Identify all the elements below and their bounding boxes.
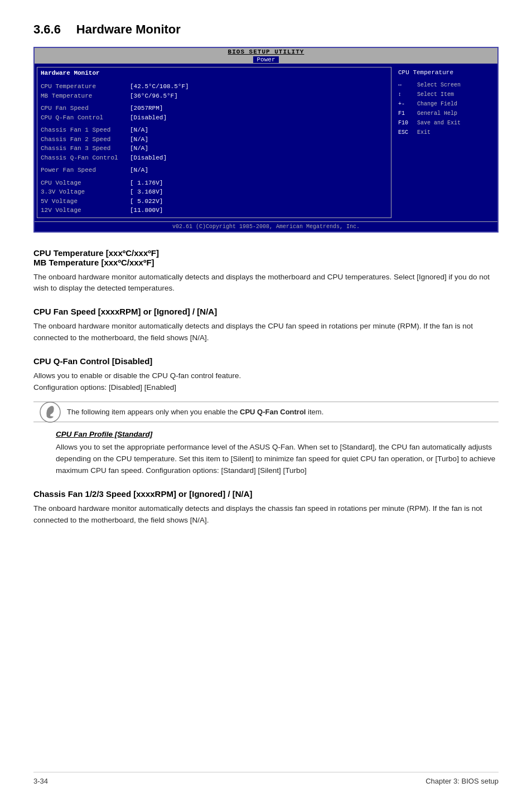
bios-value-power-fan: [N/A] <box>130 166 148 175</box>
bios-value-cpu-voltage: [ 1.176V] <box>130 178 163 188</box>
bios-row-chassis-qfan: Chassis Q-Fan Control [Disabled] <box>41 153 388 163</box>
heading-cpu-temp: CPU Temperature [xxxºC/xxxºF]MB Temperat… <box>33 248 499 267</box>
text-cpu-fan-speed: The onboard hardware monitor automatical… <box>33 321 499 344</box>
bios-title: BIOS SETUP UTILITY <box>35 48 497 56</box>
bios-label-chassis-qfan: Chassis Q-Fan Control <box>41 153 130 163</box>
bios-value-cpu-fan: [2057RPM] <box>130 104 163 113</box>
bios-row-12v: 12V Voltage [11.800V] <box>41 206 388 215</box>
bios-label-33v: 3.3V Voltage <box>41 187 130 197</box>
bios-label-mb-temp: MB Temperature <box>41 91 130 101</box>
bios-label-power-fan: Power Fan Speed <box>41 166 130 175</box>
footer-right: Chapter 3: BIOS setup <box>425 777 499 785</box>
bios-menu-power: Power <box>253 56 278 63</box>
bios-label-cpu-qfan: CPU Q-Fan Control <box>41 113 130 123</box>
bios-label-cpu-voltage: CPU Voltage <box>41 178 130 188</box>
footer-left: 3-34 <box>33 777 48 785</box>
note-box: The following item appears only when you… <box>33 402 499 422</box>
note-bold-text: CPU Q-Fan Control <box>240 408 306 416</box>
bios-row-cpu-qfan: CPU Q-Fan Control [Disabled] <box>41 113 388 123</box>
text-cpu-qfan: Allows you to enable or disable the CPU … <box>33 370 499 394</box>
bios-menu: Power <box>35 56 497 64</box>
help-row-screen: ↔ Select Screen <box>398 80 492 90</box>
help-row-item: ↕ Select Item <box>398 90 492 99</box>
bios-label-5v: 5V Voltage <box>41 197 130 206</box>
bios-value-chassis-qfan: [Disabled] <box>130 153 167 163</box>
bios-label-12v: 12V Voltage <box>41 206 130 215</box>
bios-row-cpu-voltage: CPU Voltage [ 1.176V] <box>41 178 388 188</box>
bios-row-power-fan: Power Fan Speed [N/A] <box>41 166 388 175</box>
bios-value-mb-temp: [36°C/96.5°F] <box>130 91 178 101</box>
text-cpu-temp: The onboard hardware monitor automatical… <box>33 272 499 295</box>
bios-right-label: CPU Temperature <box>398 69 492 76</box>
bios-label-chassis1: Chassis Fan 1 Speed <box>41 125 130 135</box>
section-number: 3.6.6 <box>33 22 61 36</box>
note-text-before: The following item appears only when you… <box>67 408 240 416</box>
bios-row-chassis3: Chassis Fan 3 Speed [N/A] <box>41 144 388 153</box>
bios-row-5v: 5V Voltage [ 5.022V] <box>41 197 388 206</box>
bios-value-cpu-qfan: [Disabled] <box>130 113 167 123</box>
sub-item-label: CPU Fan Profile [Standard] <box>56 430 499 438</box>
bios-footer: v02.61 (C)Copyright 1985-2008, American … <box>35 221 497 231</box>
bios-value-33v: [ 3.168V] <box>130 187 163 197</box>
bios-value-12v: [11.800V] <box>130 206 163 215</box>
bios-row-cpu-temp: CPU Temperature [42.5°C/108.5°F] <box>41 82 388 91</box>
bios-row-chassis2: Chassis Fan 2 Speed [N/A] <box>41 135 388 144</box>
bios-row-chassis1: Chassis Fan 1 Speed [N/A] <box>41 125 388 135</box>
bios-label-chassis3: Chassis Fan 3 Speed <box>41 144 130 153</box>
note-text-after: item. <box>306 408 323 416</box>
section-cpu-fan-speed: CPU Fan Speed [xxxxRPM] or [Ignored] / [… <box>33 307 499 344</box>
help-row-f1: F1 General Help <box>398 109 492 118</box>
help-row-esc: ESC Exit <box>398 128 492 137</box>
bios-value-cpu-temp: [42.5°C/108.5°F] <box>130 82 189 91</box>
heading-cpu-qfan: CPU Q-Fan Control [Disabled] <box>33 356 499 366</box>
sub-item-cpu-fan-profile: CPU Fan Profile [Standard] Allows you to… <box>56 430 499 477</box>
page-footer: 3-34 Chapter 3: BIOS setup <box>33 772 499 785</box>
bios-row-cpu-fan: CPU Fan Speed [2057RPM] <box>41 104 388 113</box>
bios-help-panel: CPU Temperature ↔ Select Screen ↕ Select… <box>395 67 495 218</box>
section-chassis-fan: Chassis Fan 1/2/3 Speed [xxxxRPM] or [Ig… <box>33 489 499 526</box>
bios-label-chassis2: Chassis Fan 2 Speed <box>41 135 130 144</box>
bios-label-cpu-temp: CPU Temperature <box>41 82 130 91</box>
bios-value-5v: [ 5.022V] <box>130 197 163 206</box>
bios-main-panel: Hardware Monitor CPU Temperature [42.5°C… <box>37 67 391 218</box>
sub-item-text: Allows you to set the appropriate perfor… <box>56 442 499 477</box>
bios-section-label: Hardware Monitor <box>41 70 388 76</box>
bios-key-help: ↔ Select Screen ↕ Select Item +- Change … <box>398 80 492 137</box>
bios-value-chassis3: [N/A] <box>130 144 148 153</box>
section-cpu-qfan: CPU Q-Fan Control [Disabled] Allows you … <box>33 356 499 477</box>
bios-value-chassis1: [N/A] <box>130 125 148 135</box>
section-cpu-temp: CPU Temperature [xxxºC/xxxºF]MB Temperat… <box>33 248 499 295</box>
bios-row-mb-temp: MB Temperature [36°C/96.5°F] <box>41 91 388 101</box>
page-title: Hardware Monitor <box>76 22 181 36</box>
heading-cpu-fan-speed: CPU Fan Speed [xxxxRPM] or [Ignored] / [… <box>33 307 499 316</box>
bios-screenshot: BIOS SETUP UTILITY Power Hardware Monito… <box>33 47 499 233</box>
help-row-change: +- Change Field <box>398 99 492 109</box>
text-chassis-fan: The onboard hardware monitor automatical… <box>33 503 499 526</box>
help-row-f10: F10 Save and Exit <box>398 118 492 128</box>
note-text: The following item appears only when you… <box>67 408 493 416</box>
bios-value-chassis2: [N/A] <box>130 135 148 144</box>
note-icon <box>39 401 61 423</box>
heading-chassis-fan: Chassis Fan 1/2/3 Speed [xxxxRPM] or [Ig… <box>33 489 499 499</box>
bios-label-cpu-fan: CPU Fan Speed <box>41 104 130 113</box>
bios-row-33v: 3.3V Voltage [ 3.168V] <box>41 187 388 197</box>
